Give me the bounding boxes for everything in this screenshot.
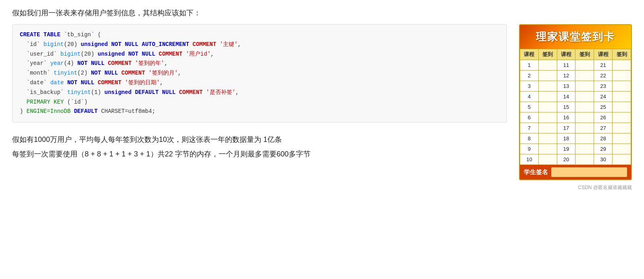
cell-r5-c3 (575, 112, 594, 123)
cell-r8-c1 (538, 144, 557, 154)
table-row: 41424 (520, 92, 631, 102)
cell-r2-c2: 13 (557, 81, 575, 92)
cell-r8-c2: 19 (557, 144, 575, 154)
signin-card: 理家课堂签到卡 课程 签到 课程 签到 课程 签到 (519, 24, 632, 180)
card-footer: 学生签名 (520, 165, 631, 179)
table-row: 31323 (520, 81, 631, 92)
table-header-row: 课程 签到 课程 签到 课程 签到 (520, 49, 631, 60)
cell-r5-c4: 26 (594, 112, 613, 123)
cell-r6-c5 (613, 123, 631, 133)
cell-r7-c1 (538, 133, 557, 144)
col-header-4: 签到 (575, 49, 594, 60)
cell-r3-c0: 4 (520, 92, 539, 102)
cell-r8-c5 (613, 144, 631, 154)
cell-r9-c4: 30 (594, 154, 613, 165)
cell-r0-c5 (613, 60, 631, 71)
table-row: 61626 (520, 112, 631, 123)
cell-r3-c2: 14 (557, 92, 575, 102)
cell-r6-c4: 27 (594, 123, 613, 133)
cell-r5-c5 (613, 112, 631, 123)
code-block: CREATE TABLE `tb_sign` ( `id` bigint(20)… (12, 24, 507, 123)
body-text: 假如有1000万用户，平均每人每年签到次数为10次，则这张表一年的数据量为 1亿… (12, 132, 507, 161)
cell-r2-c4: 23 (594, 81, 613, 92)
cell-r8-c0: 9 (520, 144, 539, 154)
cell-r9-c5 (613, 154, 631, 165)
table-row: 91929 (520, 144, 631, 154)
cell-r7-c4: 28 (594, 133, 613, 144)
col-header-3: 课程 (557, 49, 575, 60)
cell-r0-c2: 11 (557, 60, 575, 71)
cell-r2-c0: 3 (520, 81, 539, 92)
cell-r5-c1 (538, 112, 557, 123)
table-row: 11121 (520, 60, 631, 71)
table-row: 21222 (520, 71, 631, 81)
cell-r4-c2: 15 (557, 102, 575, 112)
cell-r6-c3 (575, 123, 594, 133)
cell-r3-c3 (575, 92, 594, 102)
cell-r0-c0: 1 (520, 60, 539, 71)
cell-r2-c3 (575, 81, 594, 92)
cell-r1-c4: 22 (594, 71, 613, 81)
cell-r5-c0: 6 (520, 112, 539, 123)
cell-r1-c2: 12 (557, 71, 575, 81)
cell-r4-c5 (613, 102, 631, 112)
table-row: 102030 (520, 154, 631, 165)
code-line-1: CREATE TABLE (20, 31, 64, 38)
card-table: 课程 签到 课程 签到 课程 签到 1112121222313234142451… (520, 49, 631, 165)
page-wrapper: 假如我们用一张表来存储用户签到信息，其结构应该如下： CREATE TABLE … (12, 8, 632, 191)
cell-r0-c4: 21 (594, 60, 613, 71)
cell-r8-c3 (575, 144, 594, 154)
cell-r3-c1 (538, 92, 557, 102)
cell-r7-c5 (613, 133, 631, 144)
cell-r4-c0: 5 (520, 102, 539, 112)
cell-r6-c2: 17 (557, 123, 575, 133)
cell-r8-c4: 29 (594, 144, 613, 154)
cell-r9-c1 (538, 154, 557, 165)
col-header-1: 课程 (520, 49, 539, 60)
cell-r4-c4: 25 (594, 102, 613, 112)
card-title: 理家课堂签到卡 (523, 30, 628, 44)
body-text-1: 假如有1000万用户，平均每人每年签到次数为10次，则这张表一年的数据量为 1亿… (12, 132, 507, 147)
cell-r9-c2: 20 (557, 154, 575, 165)
cell-r1-c0: 2 (520, 71, 539, 81)
cell-r0-c1 (538, 60, 557, 71)
col-header-5: 课程 (594, 49, 613, 60)
cell-r4-c1 (538, 102, 557, 112)
cell-r6-c0: 7 (520, 123, 539, 133)
footer-signature-box (551, 167, 627, 177)
cell-r0-c3 (575, 60, 594, 71)
cell-r2-c5 (613, 81, 631, 92)
cell-r3-c4: 24 (594, 92, 613, 102)
main-layout: CREATE TABLE `tb_sign` ( `id` bigint(20)… (12, 24, 632, 180)
card-table-wrapper: 课程 签到 课程 签到 课程 签到 1112121222313234142451… (520, 49, 631, 165)
cell-r5-c2: 16 (557, 112, 575, 123)
left-content: CREATE TABLE `tb_sign` ( `id` bigint(20)… (12, 24, 507, 161)
csdn-footer: CSDN @匿名藏谁藏藏藏 (12, 184, 632, 191)
card-header: 理家课堂签到卡 (520, 25, 631, 49)
table-row: 51525 (520, 102, 631, 112)
cell-r9-c3 (575, 154, 594, 165)
cell-r7-c2: 18 (557, 133, 575, 144)
cell-r7-c3 (575, 133, 594, 144)
col-header-6: 签到 (613, 49, 631, 60)
cell-r9-c0: 10 (520, 154, 539, 165)
cell-r7-c0: 8 (520, 133, 539, 144)
cell-r4-c3 (575, 102, 594, 112)
body-text-2: 每签到一次需要使用（8 + 8 + 1 + 1 + 3 + 1）共22 字节的内… (12, 147, 507, 161)
cell-r1-c1 (538, 71, 557, 81)
intro-text: 假如我们用一张表来存储用户签到信息，其结构应该如下： (12, 8, 632, 18)
cell-r3-c5 (613, 92, 631, 102)
col-header-2: 签到 (538, 49, 557, 60)
cell-r6-c1 (538, 123, 557, 133)
cell-r1-c5 (613, 71, 631, 81)
cell-r2-c1 (538, 81, 557, 92)
table-row: 71727 (520, 123, 631, 133)
table-row: 81828 (520, 133, 631, 144)
cell-r1-c3 (575, 71, 594, 81)
footer-label: 学生签名 (524, 169, 548, 176)
